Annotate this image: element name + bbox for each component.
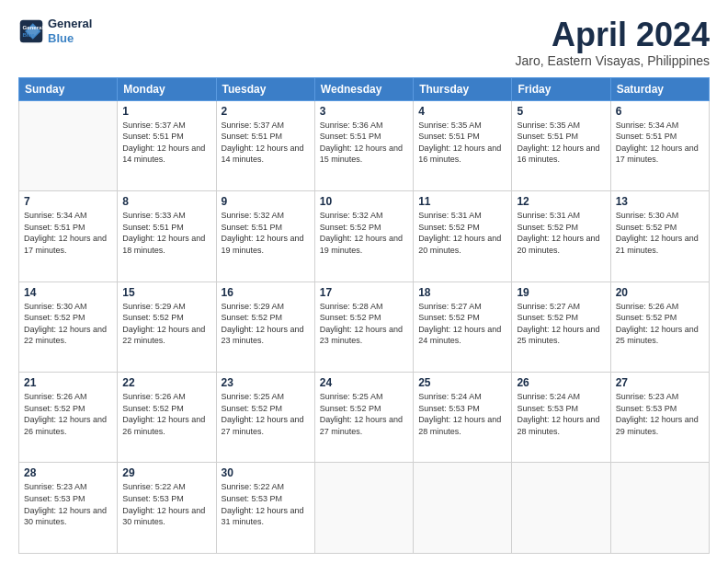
day-number: 22 [122, 376, 210, 389]
location: Jaro, Eastern Visayas, Philippines [516, 53, 710, 68]
day-info: Sunrise: 5:32 AMSunset: 5:52 PMDaylight:… [320, 210, 408, 256]
day-number: 24 [320, 376, 408, 389]
day-number: 10 [320, 195, 408, 208]
logo-icon: General Blue [18, 18, 44, 44]
day-info: Sunrise: 5:29 AMSunset: 5:52 PMDaylight:… [222, 301, 310, 347]
day-info: Sunrise: 5:33 AMSunset: 5:51 PMDaylight:… [122, 210, 210, 256]
day-info: Sunrise: 5:26 AMSunset: 5:52 PMDaylight:… [122, 391, 210, 437]
day-info: Sunrise: 5:24 AMSunset: 5:53 PMDaylight:… [418, 391, 506, 437]
day-number: 23 [222, 376, 310, 389]
calendar-cell: 12Sunrise: 5:31 AMSunset: 5:52 PMDayligh… [512, 191, 610, 282]
day-number: 11 [418, 195, 506, 208]
day-info: Sunrise: 5:28 AMSunset: 5:52 PMDaylight:… [320, 301, 408, 347]
calendar-cell: 16Sunrise: 5:29 AMSunset: 5:52 PMDayligh… [216, 282, 314, 372]
day-info: Sunrise: 5:22 AMSunset: 5:53 PMDaylight:… [122, 481, 210, 527]
logo: General Blue General Blue [18, 17, 92, 45]
calendar-cell: 15Sunrise: 5:29 AMSunset: 5:52 PMDayligh… [118, 282, 216, 372]
calendar-cell: 22Sunrise: 5:26 AMSunset: 5:52 PMDayligh… [118, 373, 216, 463]
day-info: Sunrise: 5:26 AMSunset: 5:52 PMDaylight:… [24, 391, 112, 437]
day-number: 1 [122, 105, 210, 118]
calendar-header-row: SundayMondayTuesdayWednesdayThursdayFrid… [19, 77, 710, 100]
col-header-thursday: Thursday [414, 77, 512, 100]
calendar-cell: 14Sunrise: 5:30 AMSunset: 5:52 PMDayligh… [19, 282, 118, 372]
day-number: 21 [24, 376, 112, 389]
day-info: Sunrise: 5:34 AMSunset: 5:51 PMDaylight:… [616, 120, 704, 166]
calendar-cell: 2Sunrise: 5:37 AMSunset: 5:51 PMDaylight… [216, 100, 314, 190]
calendar-cell: 7Sunrise: 5:34 AMSunset: 5:51 PMDaylight… [19, 191, 118, 282]
col-header-friday: Friday [512, 77, 610, 100]
day-info: Sunrise: 5:23 AMSunset: 5:53 PMDaylight:… [616, 391, 704, 437]
day-info: Sunrise: 5:24 AMSunset: 5:53 PMDaylight:… [517, 391, 605, 437]
col-header-monday: Monday [118, 77, 216, 100]
day-number: 12 [517, 195, 605, 208]
day-info: Sunrise: 5:27 AMSunset: 5:52 PMDaylight:… [418, 301, 506, 347]
day-number: 13 [616, 195, 704, 208]
day-info: Sunrise: 5:37 AMSunset: 5:51 PMDaylight:… [122, 120, 210, 166]
calendar-table: SundayMondayTuesdayWednesdayThursdayFrid… [18, 77, 710, 554]
title-block: April 2024 Jaro, Eastern Visayas, Philip… [516, 17, 710, 68]
day-number: 15 [122, 286, 210, 299]
day-number: 3 [320, 105, 408, 118]
calendar-cell: 11Sunrise: 5:31 AMSunset: 5:52 PMDayligh… [414, 191, 512, 282]
day-info: Sunrise: 5:31 AMSunset: 5:52 PMDaylight:… [418, 210, 506, 256]
calendar-cell [414, 463, 512, 554]
day-number: 30 [222, 466, 310, 479]
logo-text-blue: Blue [48, 31, 92, 46]
day-number: 8 [122, 195, 210, 208]
day-number: 20 [616, 286, 704, 299]
calendar-cell: 21Sunrise: 5:26 AMSunset: 5:52 PMDayligh… [19, 373, 118, 463]
day-info: Sunrise: 5:29 AMSunset: 5:52 PMDaylight:… [122, 301, 210, 347]
day-info: Sunrise: 5:27 AMSunset: 5:52 PMDaylight:… [517, 301, 605, 347]
day-info: Sunrise: 5:34 AMSunset: 5:51 PMDaylight:… [24, 210, 112, 256]
calendar-cell [512, 463, 610, 554]
day-info: Sunrise: 5:32 AMSunset: 5:51 PMDaylight:… [222, 210, 310, 256]
day-info: Sunrise: 5:25 AMSunset: 5:52 PMDaylight:… [320, 391, 408, 437]
day-info: Sunrise: 5:31 AMSunset: 5:52 PMDaylight:… [517, 210, 605, 256]
calendar-cell: 20Sunrise: 5:26 AMSunset: 5:52 PMDayligh… [610, 282, 709, 372]
week-row-2: 7Sunrise: 5:34 AMSunset: 5:51 PMDaylight… [19, 191, 710, 282]
calendar-cell: 8Sunrise: 5:33 AMSunset: 5:51 PMDaylight… [118, 191, 216, 282]
day-number: 29 [122, 466, 210, 479]
svg-text:General: General [22, 24, 43, 30]
calendar-cell: 24Sunrise: 5:25 AMSunset: 5:52 PMDayligh… [314, 373, 413, 463]
calendar-cell [19, 100, 118, 190]
day-number: 28 [24, 466, 112, 479]
day-info: Sunrise: 5:30 AMSunset: 5:52 PMDaylight:… [24, 301, 112, 347]
day-info: Sunrise: 5:23 AMSunset: 5:53 PMDaylight:… [24, 481, 112, 527]
calendar-cell [314, 463, 413, 554]
calendar-cell: 1Sunrise: 5:37 AMSunset: 5:51 PMDaylight… [118, 100, 216, 190]
day-number: 14 [24, 286, 112, 299]
day-number: 4 [418, 105, 506, 118]
day-info: Sunrise: 5:35 AMSunset: 5:51 PMDaylight:… [517, 120, 605, 166]
calendar-cell: 10Sunrise: 5:32 AMSunset: 5:52 PMDayligh… [314, 191, 413, 282]
day-number: 25 [418, 376, 506, 389]
calendar-cell: 28Sunrise: 5:23 AMSunset: 5:53 PMDayligh… [19, 463, 118, 554]
day-number: 2 [222, 105, 310, 118]
calendar-cell: 30Sunrise: 5:22 AMSunset: 5:53 PMDayligh… [216, 463, 314, 554]
calendar-cell: 9Sunrise: 5:32 AMSunset: 5:51 PMDaylight… [216, 191, 314, 282]
day-number: 18 [418, 286, 506, 299]
day-number: 9 [222, 195, 310, 208]
day-info: Sunrise: 5:25 AMSunset: 5:52 PMDaylight:… [222, 391, 310, 437]
calendar-cell: 13Sunrise: 5:30 AMSunset: 5:52 PMDayligh… [610, 191, 709, 282]
calendar-cell: 5Sunrise: 5:35 AMSunset: 5:51 PMDaylight… [512, 100, 610, 190]
month-title: April 2024 [516, 17, 710, 53]
day-number: 16 [222, 286, 310, 299]
calendar-cell: 19Sunrise: 5:27 AMSunset: 5:52 PMDayligh… [512, 282, 610, 372]
week-row-1: 1Sunrise: 5:37 AMSunset: 5:51 PMDaylight… [19, 100, 710, 190]
day-number: 27 [616, 376, 704, 389]
day-number: 19 [517, 286, 605, 299]
week-row-3: 14Sunrise: 5:30 AMSunset: 5:52 PMDayligh… [19, 282, 710, 372]
day-number: 17 [320, 286, 408, 299]
header: General Blue General Blue April 2024 Jar… [18, 17, 710, 68]
col-header-saturday: Saturday [610, 77, 709, 100]
day-info: Sunrise: 5:37 AMSunset: 5:51 PMDaylight:… [222, 120, 310, 166]
calendar-cell: 6Sunrise: 5:34 AMSunset: 5:51 PMDaylight… [610, 100, 709, 190]
col-header-sunday: Sunday [19, 77, 118, 100]
day-number: 26 [517, 376, 605, 389]
day-info: Sunrise: 5:22 AMSunset: 5:53 PMDaylight:… [222, 481, 310, 527]
calendar-cell: 25Sunrise: 5:24 AMSunset: 5:53 PMDayligh… [414, 373, 512, 463]
calendar-cell: 3Sunrise: 5:36 AMSunset: 5:51 PMDaylight… [314, 100, 413, 190]
calendar-cell: 18Sunrise: 5:27 AMSunset: 5:52 PMDayligh… [414, 282, 512, 372]
day-info: Sunrise: 5:26 AMSunset: 5:52 PMDaylight:… [616, 301, 704, 347]
